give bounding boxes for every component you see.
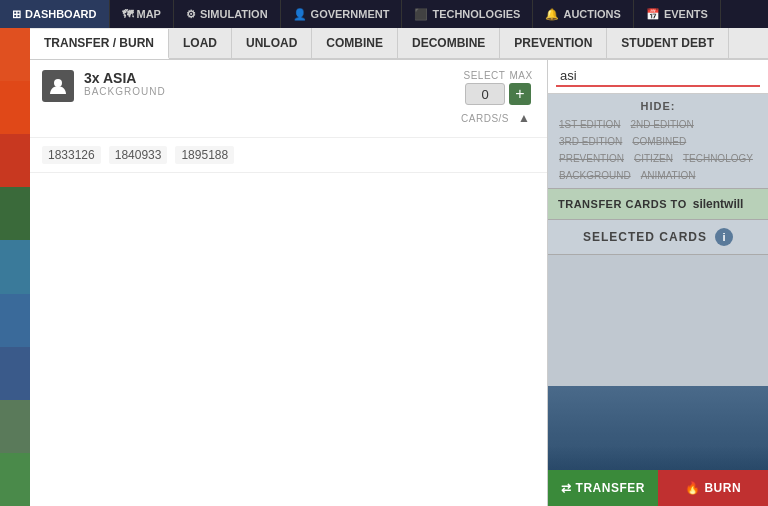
count-row: 0 + (465, 83, 531, 105)
select-label: SELECT (463, 70, 505, 81)
tab-unload-label: UNLOAD (246, 36, 297, 50)
hide-tags: 1ST EDITION 2ND EDITION 3RD EDITION COMB… (556, 118, 760, 182)
card-avatar (42, 70, 74, 102)
burn-label: BURN (704, 481, 741, 495)
selected-cards-body (548, 255, 768, 386)
search-container (548, 60, 768, 94)
transfer-to-label: TRANSFER CARDS TO (558, 198, 687, 210)
sidebar-color-4 (0, 187, 30, 240)
search-input[interactable] (556, 66, 760, 87)
nav-simulation[interactable]: ⚙ SIMULATION (174, 0, 281, 28)
cards-row: CARDS/S ▲ (461, 107, 535, 129)
collapse-button[interactable]: ▲ (513, 107, 535, 129)
card-subtitle: BACKGROUND (84, 86, 461, 97)
card-header: 3x ASIA BACKGROUND SELECT MAX 0 + CARDS/… (30, 60, 547, 138)
transfer-to-value: silentwill (693, 197, 744, 211)
card-id-1[interactable]: 1833126 (42, 146, 101, 164)
sidebar-color-1 (0, 28, 30, 81)
top-navigation: ⊞ DASHBOARD 🗺 MAP ⚙ SIMULATION 👤 GOVERNM… (0, 0, 768, 28)
government-icon: 👤 (293, 8, 307, 21)
card-list-area (30, 173, 547, 506)
tab-student-debt[interactable]: STUDENT DEBT (607, 28, 729, 58)
tab-student-debt-label: STUDENT DEBT (621, 36, 714, 50)
tab-combine[interactable]: COMBINE (312, 28, 398, 58)
tab-combine-label: COMBINE (326, 36, 383, 50)
burn-icon: 🔥 (685, 481, 701, 495)
sidebar-color-8 (0, 400, 30, 453)
sidebar-color-6 (0, 294, 30, 347)
nav-technologies-label: TECHNOLOGIES (432, 8, 520, 20)
tab-unload[interactable]: UNLOAD (232, 28, 312, 58)
technologies-icon: ⬛ (414, 8, 428, 21)
card-id-3[interactable]: 1895188 (175, 146, 234, 164)
transfer-to-section: TRANSFER CARDS TO silentwill (548, 188, 768, 220)
hide-tag-prevention[interactable]: PREVENTION (556, 152, 627, 165)
hide-tag-combined[interactable]: COMBINED (629, 135, 689, 148)
selected-cards-header: SELECTED CARDS i (548, 220, 768, 255)
nav-events-label: EVENTS (664, 8, 708, 20)
nav-map[interactable]: 🗺 MAP (110, 0, 174, 28)
hide-section: HIDE: 1ST EDITION 2ND EDITION 3RD EDITIO… (548, 94, 768, 188)
cards-per-second-label: CARDS/S (461, 113, 509, 124)
card-id-2[interactable]: 1840933 (109, 146, 168, 164)
add-card-button[interactable]: + (509, 83, 531, 105)
transfer-button[interactable]: ⇄ TRANSFER (548, 470, 658, 506)
card-controls: SELECT MAX 0 + CARDS/S ▲ (461, 70, 535, 129)
card-title: 3x ASIA (84, 70, 461, 86)
svg-point-0 (54, 79, 62, 87)
bottom-buttons: ⇄ TRANSFER 🔥 BURN (548, 470, 768, 506)
nav-technologies[interactable]: ⬛ TECHNOLOGIES (402, 0, 533, 28)
tab-prevention-label: PREVENTION (514, 36, 592, 50)
card-info: 3x ASIA BACKGROUND (84, 70, 461, 97)
hide-tag-animation[interactable]: ANIMATION (638, 169, 699, 182)
nav-auctions[interactable]: 🔔 AUCTIONS (533, 0, 633, 28)
tab-prevention[interactable]: PREVENTION (500, 28, 607, 58)
main-container: TRANSFER / BURN LOAD UNLOAD COMBINE DECO… (30, 28, 768, 506)
sidebar-color-3 (0, 134, 30, 187)
transfer-label: TRANSFER (576, 481, 645, 495)
nav-events[interactable]: 📅 EVENTS (634, 0, 721, 28)
tab-transfer-burn-label: TRANSFER / BURN (44, 36, 154, 50)
left-sidebar (0, 28, 30, 506)
hide-tag-2nd-edition[interactable]: 2ND EDITION (628, 118, 697, 131)
right-panel: HIDE: 1ST EDITION 2ND EDITION 3RD EDITIO… (548, 60, 768, 506)
sidebar-color-7 (0, 347, 30, 400)
nav-map-label: MAP (137, 8, 161, 20)
info-icon[interactable]: i (715, 228, 733, 246)
hide-tag-3rd-edition[interactable]: 3RD EDITION (556, 135, 625, 148)
content-area: 3x ASIA BACKGROUND SELECT MAX 0 + CARDS/… (30, 60, 768, 506)
burn-button[interactable]: 🔥 BURN (658, 470, 768, 506)
tab-transfer-burn[interactable]: TRANSFER / BURN (30, 29, 169, 59)
sidebar-color-9 (0, 453, 30, 506)
hide-tag-background[interactable]: BACKGROUND (556, 169, 634, 182)
nav-government[interactable]: 👤 GOVERNMENT (281, 0, 403, 28)
nav-dashboard[interactable]: ⊞ DASHBOARD (0, 0, 110, 28)
selected-cards-label: SELECTED CARDS (583, 230, 707, 244)
select-row: SELECT MAX (463, 70, 532, 81)
hide-tag-technology[interactable]: TECHNOLOGY (680, 152, 756, 165)
sidebar-color-5 (0, 240, 30, 293)
nav-dashboard-label: DASHBOARD (25, 8, 97, 20)
tab-load[interactable]: LOAD (169, 28, 232, 58)
max-label: MAX (509, 70, 532, 81)
tab-decombine[interactable]: DECOMBINE (398, 28, 500, 58)
map-icon: 🗺 (122, 8, 133, 20)
dashboard-icon: ⊞ (12, 8, 21, 21)
tab-load-label: LOAD (183, 36, 217, 50)
hide-tag-citizen[interactable]: CITIZEN (631, 152, 676, 165)
transfer-icon: ⇄ (561, 481, 572, 495)
tab-decombine-label: DECOMBINE (412, 36, 485, 50)
nav-government-label: GOVERNMENT (311, 8, 390, 20)
card-ids: 1833126 1840933 1895188 (30, 138, 547, 173)
second-navigation: TRANSFER / BURN LOAD UNLOAD COMBINE DECO… (30, 28, 768, 60)
simulation-icon: ⚙ (186, 8, 196, 21)
left-panel: 3x ASIA BACKGROUND SELECT MAX 0 + CARDS/… (30, 60, 548, 506)
select-count: 0 (465, 83, 505, 105)
nav-auctions-label: AUCTIONS (563, 8, 620, 20)
nav-simulation-label: SIMULATION (200, 8, 268, 20)
sidebar-color-2 (0, 81, 30, 134)
hide-tag-1st-edition[interactable]: 1ST EDITION (556, 118, 624, 131)
auctions-icon: 🔔 (545, 8, 559, 21)
hide-label: HIDE: (556, 100, 760, 112)
events-icon: 📅 (646, 8, 660, 21)
